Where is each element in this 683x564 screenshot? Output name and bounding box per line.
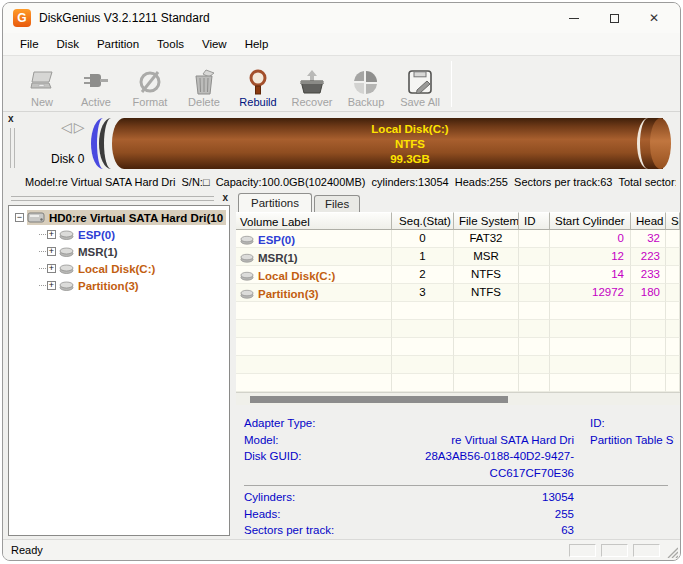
tree-item-msr[interactable]: + MSR(1): [9, 243, 229, 260]
cell-seq: 1: [392, 248, 454, 266]
menu-bar: File Disk Partition Tools View Help: [3, 33, 680, 55]
cylinder-fs-label: NTFS: [323, 137, 497, 152]
cell-sector: [666, 230, 680, 248]
tab-files[interactable]: Files: [314, 195, 360, 212]
cell-start-cylinder: 12: [550, 248, 631, 266]
cylinders-value: 13054: [356, 489, 574, 506]
cylinder-end-cap: [650, 118, 671, 169]
hard-disk-icon: [27, 211, 45, 224]
status-panels: [569, 544, 660, 557]
tree-panel-close-button[interactable]: x: [222, 193, 228, 203]
tab-bar: Partitions Files: [236, 192, 680, 212]
table-row-empty: [236, 356, 680, 374]
expand-expander-icon[interactable]: +: [47, 281, 56, 290]
next-disk-arrow[interactable]: ▷: [74, 119, 87, 135]
save-all-button[interactable]: Save All: [393, 58, 447, 110]
collapse-expander-icon[interactable]: −: [15, 213, 24, 222]
disk-panel-close-button[interactable]: x: [8, 114, 14, 124]
tree-item-local-disk-c[interactable]: + Local Disk(C:): [9, 260, 229, 277]
menu-file[interactable]: File: [11, 35, 48, 53]
tree-connector: [39, 234, 46, 235]
toolbar-label: Active: [81, 96, 111, 108]
new-partition-button[interactable]: New: [15, 58, 69, 110]
tree-item-esp[interactable]: + ESP(0): [9, 226, 229, 243]
column-header-id[interactable]: ID: [519, 212, 550, 230]
heads-label: Heads:: [244, 506, 356, 523]
cell-seq: 3: [392, 284, 454, 302]
cell-head: 223: [631, 248, 666, 266]
cell-file-system: MSR: [454, 248, 519, 266]
partition-icon: [59, 230, 74, 240]
expand-expander-icon[interactable]: +: [47, 247, 56, 256]
rebuild-mbr-icon: [243, 69, 273, 95]
table-row-local-disk-c[interactable]: Local Disk(C:) 2 NTFS 14 233: [236, 266, 680, 284]
new-partition-icon: [27, 69, 57, 95]
tree-panel-grip[interactable]: [11, 196, 214, 201]
table-row-partition-3[interactable]: Partition(3) 3 NTFS 12972 180: [236, 284, 680, 302]
delete-partition-button[interactable]: Delete: [177, 58, 231, 110]
backup-partition-button[interactable]: Backup: [339, 58, 393, 110]
close-icon: ✕: [649, 12, 659, 24]
column-header-start-cylinder[interactable]: Start Cylinder: [550, 212, 631, 230]
menu-disk[interactable]: Disk: [48, 35, 88, 53]
recover-files-button[interactable]: Recover: [285, 58, 339, 110]
menu-view[interactable]: View: [193, 35, 236, 53]
menu-partition[interactable]: Partition: [88, 35, 148, 53]
tree-connector: [39, 251, 46, 252]
table-row-empty: [236, 338, 680, 356]
prev-disk-arrow[interactable]: ◁: [61, 119, 74, 135]
disk-cylinder[interactable]: Local Disk(C:) NTFS 99.3GB: [91, 118, 671, 169]
cell-volume-label: MSR(1): [258, 252, 298, 264]
cylinder-size-label: 99.3GB: [323, 152, 497, 167]
tree-item-hd0[interactable]: − HD0:re Virtual SATA Hard Dri(10: [9, 209, 229, 226]
disk-band-panel: x ◁▷ Disk 0 Local Disk(C:) NTFS 99.3GB M…: [3, 112, 680, 192]
maximize-button[interactable]: [594, 4, 634, 32]
toolbar: New Active Format: [3, 55, 680, 112]
rebuild-mbr-button[interactable]: Rebuild: [231, 58, 285, 110]
tree-connector: [39, 285, 46, 286]
table-row-empty: [236, 320, 680, 338]
cell-head: 32: [631, 230, 666, 248]
disk-guid-label: Disk GUID:: [244, 448, 356, 481]
column-header-file-system[interactable]: File System: [454, 212, 519, 230]
close-button[interactable]: ✕: [634, 4, 674, 32]
status-text: Ready: [11, 544, 43, 556]
format-partition-button[interactable]: Format: [123, 58, 177, 110]
window-title: DiskGenius V3.2.1211 Standard: [39, 11, 210, 25]
horizontal-scrollbar[interactable]: [236, 392, 680, 405]
disk-model-line: Model:re Virtual SATA Hard Dri S/N:□ Cap…: [25, 176, 676, 188]
column-header-seq[interactable]: Seq.(Stat): [392, 212, 454, 230]
app-logo-icon: G: [13, 9, 31, 27]
menu-tools[interactable]: Tools: [148, 35, 193, 53]
tree-item-partition-3[interactable]: + Partition(3): [9, 277, 229, 294]
tab-partitions[interactable]: Partitions: [238, 193, 312, 212]
active-partition-icon: [81, 69, 111, 95]
cell-seq: 2: [392, 266, 454, 284]
column-header-volume-label[interactable]: Volume Label: [236, 212, 392, 230]
column-header-sector[interactable]: Sector: [666, 212, 680, 230]
cell-id: [519, 248, 550, 266]
horizontal-scrollbar-thumb[interactable]: [250, 396, 508, 403]
expand-expander-icon[interactable]: +: [47, 264, 56, 273]
active-partition-button[interactable]: Active: [69, 58, 123, 110]
column-header-head[interactable]: Head: [631, 212, 666, 230]
cell-volume-label: Partition(3): [258, 288, 319, 300]
resize-grip[interactable]: [666, 546, 678, 558]
minimize-button[interactable]: [554, 4, 594, 32]
partition-tree-panel: x − HD0:re Virtual SATA Hard Dri(10: [3, 192, 232, 539]
sectors-per-track-label: Sectors per track:: [244, 522, 356, 539]
table-row-msr[interactable]: MSR(1) 1 MSR 12 223: [236, 248, 680, 266]
cell-file-system: FAT32: [454, 230, 519, 248]
cell-volume-label: ESP(0): [258, 234, 295, 246]
tree-item-label: Local Disk(C:): [78, 263, 155, 275]
expand-expander-icon[interactable]: +: [47, 230, 56, 239]
table-row-esp[interactable]: ESP(0) 0 FAT32 0 32: [236, 230, 680, 248]
menu-help[interactable]: Help: [236, 35, 278, 53]
partition-tree: − HD0:re Virtual SATA Hard Dri(10 +: [8, 205, 230, 536]
cell-head: 180: [631, 284, 666, 302]
tree-item-label: MSR(1): [78, 246, 118, 258]
table-row-empty: [236, 302, 680, 320]
tree-item-label: ESP(0): [78, 229, 115, 241]
disk-panel-grip[interactable]: [10, 128, 15, 168]
maximize-icon: [610, 14, 619, 23]
